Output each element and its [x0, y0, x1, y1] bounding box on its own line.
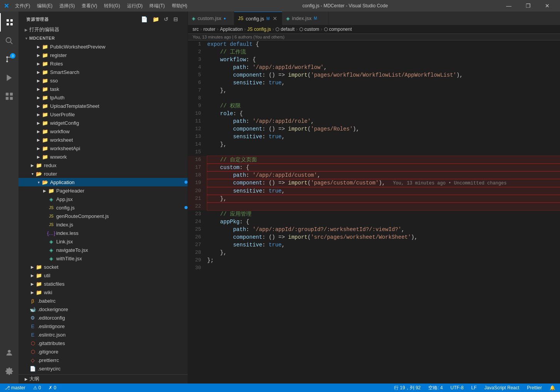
- tree-item-sso[interactable]: ▶📁sso: [18, 76, 188, 85]
- tree-item-worksheetapi[interactable]: ▶📁worksheetApi: [18, 144, 188, 152]
- menu-edit[interactable]: 编辑(E): [34, 2, 55, 10]
- code-row: 23 // 应用管理: [188, 210, 560, 218]
- tree-item--dockerignore[interactable]: 🐋.dockerignore: [18, 305, 188, 313]
- status-branch[interactable]: ⎇ master: [3, 385, 27, 390]
- tree-label: UserProfile: [50, 112, 188, 117]
- maximize-button[interactable]: ❐: [519, 0, 537, 12]
- bc-src[interactable]: src: [193, 27, 199, 32]
- activity-run[interactable]: [0, 69, 18, 87]
- tree-item-util[interactable]: ▶📁util: [18, 271, 188, 280]
- menu-bar[interactable]: 文件(F) 编辑(E) 选择(S) 查看(V) 转到(G) 运行(D) 终端(T…: [12, 2, 190, 10]
- tree-item-widgetconfig[interactable]: ▶📁widgetConfig: [18, 119, 188, 127]
- bc-component[interactable]: ⬡ component: [324, 27, 352, 32]
- tree-item--eslintignore[interactable]: E.eslintignore: [18, 322, 188, 330]
- status-language[interactable]: JavaScript React: [483, 385, 521, 390]
- outline-section[interactable]: ▶ 大纲: [18, 375, 188, 383]
- status-position[interactable]: 行 19，列 92: [392, 385, 422, 391]
- new-file-icon[interactable]: 📄: [139, 15, 149, 23]
- new-folder-icon[interactable]: 📁: [151, 15, 161, 23]
- sidebar-actions[interactable]: 📄 📁 ↺ ⊟: [139, 15, 180, 23]
- tree-item-register[interactable]: ▶📁register: [18, 51, 188, 59]
- tree-item--gitignore[interactable]: ⬡.gitignore: [18, 347, 188, 356]
- tab-close-icon[interactable]: ✕: [272, 15, 278, 22]
- activity-explorer[interactable]: [0, 13, 18, 32]
- code-editor[interactable]: 1export default {2 // 工作流3 workflow: {4 …: [188, 40, 560, 384]
- tree-item--editorconfig[interactable]: ⚙.editorconfig: [18, 313, 188, 322]
- code-row: 9 // 权限: [188, 102, 560, 110]
- code-row: 3 workflow: {: [188, 56, 560, 64]
- menu-file[interactable]: 文件(F): [12, 2, 33, 10]
- status-notifications[interactable]: 🔔: [548, 385, 557, 390]
- status-warnings[interactable]: ✗ 0: [47, 385, 58, 390]
- tree-item-index-less[interactable]: {…}index.less: [18, 229, 188, 237]
- tree-item-router[interactable]: ▾📂router: [18, 169, 188, 178]
- tab-config-js[interactable]: JS config.js M ✕: [234, 12, 282, 25]
- tree-item-userprofile[interactable]: ▶📁UserProfile: [18, 110, 188, 119]
- tree-item-wiki[interactable]: ▶📁wiki: [18, 288, 188, 297]
- menu-go[interactable]: 转到(G): [101, 2, 123, 10]
- bc-custom[interactable]: ⬡ custom: [299, 27, 319, 32]
- tree-item-link-jsx[interactable]: ◈Link.jsx: [18, 237, 188, 246]
- bc-application[interactable]: Application: [220, 27, 243, 32]
- code-row: 28 },: [188, 249, 560, 256]
- tree-item-tpauth[interactable]: ▶📁tpAuth: [18, 93, 188, 102]
- tree-item--eslintrc-json[interactable]: E.eslintrc.json: [18, 330, 188, 339]
- menu-select[interactable]: 选择(S): [56, 2, 78, 10]
- tree-item-staticfiles[interactable]: ▶📁staticfiles: [18, 280, 188, 288]
- status-encoding[interactable]: UTF-8: [449, 385, 465, 390]
- tree-item-smartsearch[interactable]: ▶📁SmartSearch: [18, 68, 188, 76]
- menu-terminal[interactable]: 终端(T): [146, 2, 168, 10]
- tree-item-uploadtemplatesheet[interactable]: ▶📁UploadTemplateSheet: [18, 102, 188, 110]
- tree-item--sentrycirc[interactable]: 📄.sentrycirc: [18, 364, 188, 373]
- code-row: 27 sensitive: true,: [188, 241, 560, 249]
- status-eol[interactable]: LF: [470, 385, 478, 390]
- tree-item--gitattributes[interactable]: ⬡.gitattributes: [18, 339, 188, 347]
- activity-account[interactable]: [0, 343, 18, 362]
- tab-custom-jsx[interactable]: ◈ custom.jsx ●: [188, 12, 234, 25]
- tree-item-roles[interactable]: ▶📁Roles: [18, 59, 188, 68]
- tree-item-task[interactable]: ▶📁task: [18, 85, 188, 93]
- tree-item-index-js[interactable]: JSindex.js: [18, 220, 188, 229]
- tree-item-wxwork[interactable]: ▶📁wxwork: [18, 152, 188, 161]
- git-info-bar: You, 13 minutes ago | 6 authors (You and…: [188, 34, 560, 40]
- tree-item-worksheet[interactable]: ▶📁worksheet: [18, 136, 188, 144]
- tree-item-publicworksheetpreview[interactable]: ▶📁PublicWorksheetPreview: [18, 42, 188, 51]
- tree-item--prettierrc[interactable]: ◇.prettierrc: [18, 356, 188, 364]
- status-spaces[interactable]: 空格: 4: [427, 385, 444, 391]
- tree-item-pageheader[interactable]: ▶📁PageHeader: [18, 186, 188, 195]
- tree-label: UploadTemplateSheet: [50, 103, 188, 109]
- activity-settings[interactable]: [0, 362, 18, 380]
- tree-item-navigateto-jsx[interactable]: ◈navigateTo.jsx: [18, 246, 188, 254]
- tree-label: register: [50, 52, 188, 58]
- collapse-icon[interactable]: ⊟: [172, 15, 180, 23]
- project-root[interactable]: ▾ MDCENTER: [18, 34, 188, 42]
- refresh-icon[interactable]: ↺: [162, 15, 170, 23]
- tree-item-withtitle-jsx[interactable]: ◈withTitle.jsx: [18, 254, 188, 263]
- tree-item--babelrc[interactable]: β.babelrc: [18, 297, 188, 305]
- open-editors-section[interactable]: ▶ 打开的编辑器: [18, 25, 188, 34]
- bc-default[interactable]: ⬡ default: [275, 27, 294, 32]
- status-errors[interactable]: ⚠ 0: [32, 385, 43, 390]
- status-formatter[interactable]: Prettier: [525, 385, 543, 390]
- tree-item-socket[interactable]: ▶📁socket: [18, 263, 188, 271]
- activity-extensions[interactable]: [0, 87, 18, 106]
- folder-arrow: ▶: [35, 79, 42, 83]
- tree-item-application[interactable]: ▾📂Application: [18, 178, 188, 186]
- activity-search[interactable]: [0, 32, 18, 50]
- tab-index-jsx[interactable]: ◈ index.jsx M: [282, 12, 329, 25]
- bc-configjs[interactable]: JS config.js: [247, 27, 271, 32]
- activity-source-control[interactable]: 3: [0, 50, 18, 69]
- tree-label: .sentrycirc: [38, 366, 188, 372]
- tree-label: withTitle.jsx: [56, 256, 188, 261]
- minimize-button[interactable]: —: [500, 0, 518, 12]
- menu-view[interactable]: 查看(V): [79, 2, 100, 10]
- close-button[interactable]: ✕: [538, 0, 556, 12]
- tree-item-redux[interactable]: ▶📁redux: [18, 161, 188, 169]
- bc-router[interactable]: router: [203, 27, 215, 32]
- tree-item-genroutecomponent-js[interactable]: JSgenRouteComponent.js: [18, 212, 188, 220]
- menu-help[interactable]: 帮助(H): [169, 2, 191, 10]
- tree-item-workflow[interactable]: ▶📁workflow: [18, 127, 188, 136]
- tree-item-app-jsx[interactable]: ◈App.jsx: [18, 195, 188, 203]
- tree-item-config-js[interactable]: JSconfig.js: [18, 203, 188, 212]
- menu-run[interactable]: 运行(D): [124, 2, 146, 10]
